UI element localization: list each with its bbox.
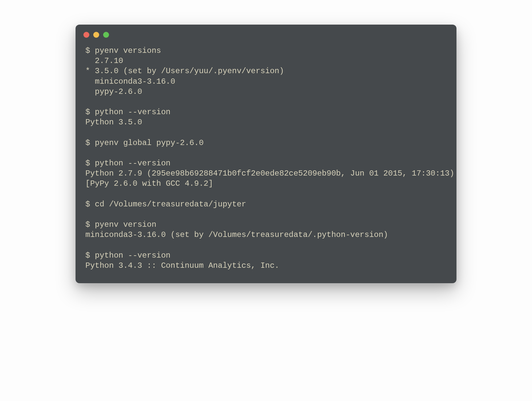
maximize-icon[interactable] [103, 32, 109, 38]
close-icon[interactable] [83, 32, 89, 38]
terminal-output[interactable]: $ pyenv versions 2.7.10 * 3.5.0 (set by … [76, 41, 456, 283]
titlebar [76, 25, 456, 41]
terminal-window: $ pyenv versions 2.7.10 * 3.5.0 (set by … [76, 25, 456, 283]
minimize-icon[interactable] [93, 32, 99, 38]
